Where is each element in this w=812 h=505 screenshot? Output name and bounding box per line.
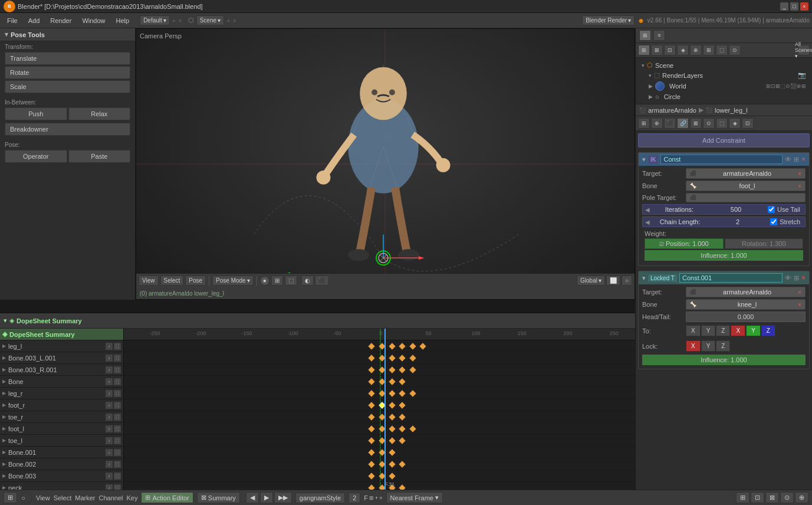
row8-icon-render[interactable]: ⬚ xyxy=(114,437,121,444)
ds-row-7[interactable]: ▶ foot_l ♪ ⬚ xyxy=(0,423,123,435)
key-row-4[interactable] xyxy=(124,388,635,399)
row3-icon-render[interactable]: ⬚ xyxy=(114,378,121,385)
icon-btn-4[interactable]: ◈ xyxy=(677,45,689,55)
status-btn-2[interactable]: ⊡ xyxy=(751,492,764,503)
minimize-button[interactable]: _ xyxy=(780,2,788,11)
row4-icon-render[interactable]: ⬚ xyxy=(114,390,121,397)
render-btn[interactable]: ⬛ xyxy=(315,276,329,286)
stretch-checkbox[interactable] xyxy=(770,218,777,225)
view-menu-btn[interactable]: View xyxy=(139,276,159,286)
row5-icon-render[interactable]: ⬚ xyxy=(114,402,121,409)
icon-btn-1[interactable]: ⊞ xyxy=(638,45,650,55)
ik-expand-icon[interactable]: ⊞ xyxy=(794,156,799,163)
key-row-5[interactable] xyxy=(124,399,635,411)
prop-icon-9[interactable]: ⊡ xyxy=(742,118,754,129)
ds-row-12[interactable]: ▶ neck ♪ ⬚ xyxy=(0,482,123,490)
ik-bone-value[interactable]: 🦴 foot_l × xyxy=(686,181,806,191)
ds-row-1[interactable]: ▶ Bone.003_L.001 ♪ ⬚ xyxy=(0,352,123,364)
key-row-1[interactable] xyxy=(124,352,635,364)
ik-bone-clear[interactable]: × xyxy=(798,183,801,189)
row3-icon-sound[interactable]: ♪ xyxy=(106,378,113,385)
nearest-frame-btn[interactable]: Nearest Frame ▾ xyxy=(386,492,443,503)
dopesheet-arrow[interactable]: ▾ xyxy=(4,317,7,324)
paste-button[interactable]: Paste xyxy=(68,150,131,163)
key-row-7[interactable] xyxy=(124,423,635,435)
ds-row-6[interactable]: ▶ toe_r ♪ ⬚ xyxy=(0,411,123,423)
lt-bone-value[interactable]: 🦴 knee_l × xyxy=(686,299,806,310)
next-frame-btn[interactable]: ▶▶ xyxy=(274,492,292,503)
push-button[interactable]: Push xyxy=(5,107,67,120)
row8-icon-sound[interactable]: ♪ xyxy=(106,437,113,444)
row4-icon-sound[interactable]: ♪ xyxy=(106,390,113,397)
icon-btn-2[interactable]: ⊠ xyxy=(651,45,663,55)
ds-row-leg_l[interactable]: ▶ leg_l ♪ ⬚ xyxy=(0,340,123,352)
to-z2-btn[interactable]: Z xyxy=(761,325,775,336)
play-btn[interactable]: ▶ xyxy=(260,492,273,503)
to-x2-btn[interactable]: X xyxy=(731,325,745,336)
status-btn-1[interactable]: ⊞ xyxy=(736,492,749,503)
rotate-button[interactable]: Rotate xyxy=(5,66,130,79)
icon-btn-6[interactable]: ⊞ xyxy=(703,45,715,55)
status-icon-3[interactable]: + xyxy=(375,495,378,501)
key-row-8[interactable] xyxy=(124,435,635,447)
viewport-content[interactable]: Camera Persp xyxy=(136,29,635,299)
key-row-10[interactable] xyxy=(124,458,635,470)
status-icon-1[interactable]: F xyxy=(364,494,368,501)
key-row-3[interactable] xyxy=(124,376,635,388)
menu-help[interactable]: Help xyxy=(111,16,134,25)
stretch-check[interactable]: Stretch xyxy=(768,218,803,225)
ik-visibility-icon[interactable]: 👁 xyxy=(785,156,791,163)
ik-target-value[interactable]: ⬛ armatureArnaldo × xyxy=(686,168,806,179)
xray-btn[interactable]: ⬜ xyxy=(606,276,620,286)
viewport-3d[interactable]: Camera Persp xyxy=(136,28,635,300)
row11-icon-sound[interactable]: ♪ xyxy=(106,473,113,480)
icon-btn-5[interactable]: ⊕ xyxy=(690,45,702,55)
status-icon-2[interactable]: ⊞ xyxy=(369,495,374,501)
row10-icon-sound[interactable]: ♪ xyxy=(106,461,113,468)
row9-icon-sound[interactable]: ♪ xyxy=(106,449,113,456)
ik-name-input[interactable] xyxy=(660,155,783,164)
engine-selector[interactable]: Blender Render ▾ xyxy=(582,15,635,25)
relax-button[interactable]: Relax xyxy=(68,107,131,120)
row7-icon-sound[interactable]: ♪ xyxy=(106,425,113,432)
lt-target-value[interactable]: ⬛ armatureArnaldo × xyxy=(686,287,806,297)
menu-render[interactable]: Render xyxy=(45,16,76,25)
ds-row-10[interactable]: ▶ Bone.002 ♪ ⬚ xyxy=(0,458,123,470)
ds-row-2[interactable]: ▶ Bone.003_R.001 ♪ ⬚ xyxy=(0,364,123,376)
ik-delete-icon[interactable]: × xyxy=(801,155,806,163)
lock-y-btn[interactable]: Y xyxy=(701,340,716,352)
status-marker[interactable]: Marker xyxy=(75,494,95,501)
breakdowner-button[interactable]: Breakdowner xyxy=(5,123,130,136)
prop-icon-6[interactable]: ⊙ xyxy=(703,118,715,129)
row12-icon-render[interactable]: ⬚ xyxy=(114,484,121,490)
use-tail-checkbox[interactable] xyxy=(768,206,775,213)
icon-btn-3[interactable]: ⊡ xyxy=(664,45,676,55)
lt-collapse-arrow[interactable]: ▾ xyxy=(642,274,646,282)
all-scenes-select[interactable]: All Scenes ▾ xyxy=(798,45,810,55)
lt-bone-clear[interactable]: × xyxy=(798,301,801,308)
lt-delete-icon[interactable]: × xyxy=(801,274,806,282)
menu-file[interactable]: File xyxy=(2,16,22,25)
key-row-12[interactable] xyxy=(124,482,635,490)
prop-icon-2[interactable]: ⊕ xyxy=(651,118,663,129)
prop-icon-1[interactable]: ⊞ xyxy=(638,118,650,129)
lt-name-input[interactable] xyxy=(679,273,783,283)
row2-icon-render[interactable]: ⬚ xyxy=(114,366,121,373)
action-name-btn[interactable]: gangnamStyle xyxy=(295,493,345,503)
ds-row-5[interactable]: ▶ foot_r ♪ ⬚ xyxy=(0,399,123,411)
pose-mode-btn[interactable]: Pose Mode ▾ xyxy=(212,276,254,286)
row-icon-sound[interactable]: ♪ xyxy=(106,343,113,350)
tree-circle[interactable]: ▶ ○ Circle xyxy=(639,92,808,101)
pose-menu-btn[interactable]: Pose xyxy=(185,276,206,286)
status-btn-4[interactable]: ⊙ xyxy=(780,492,794,503)
row2-icon-sound[interactable]: ♪ xyxy=(106,366,113,373)
row6-icon-sound[interactable]: ♪ xyxy=(106,414,113,421)
tree-scene[interactable]: ▾ ⬡ Scene xyxy=(639,60,808,70)
summary-btn[interactable]: ⊠ Summary xyxy=(197,492,240,503)
shading-btn[interactable]: ◐ xyxy=(301,276,314,286)
action-editor-btn[interactable]: ⊞ Action Editor xyxy=(141,492,193,503)
key-row-6[interactable] xyxy=(124,411,635,423)
ds-row-11[interactable]: ▶ Bone.003 ♪ ⬚ xyxy=(0,470,123,482)
position-field[interactable]: ☑ Position: 1.000 xyxy=(645,238,724,249)
tree-render-layers[interactable]: ▾ ⬚ RenderLayers 📷 xyxy=(639,70,808,80)
